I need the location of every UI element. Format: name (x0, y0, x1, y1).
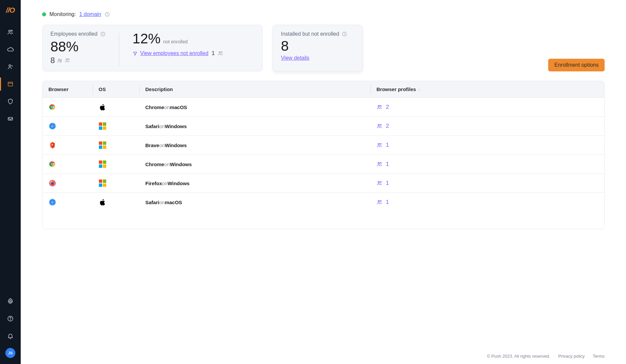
sidebar: //O (0, 0, 21, 364)
nav-item-security[interactable] (0, 93, 21, 110)
not-enrolled-percent: 12% (133, 31, 161, 46)
nav-item-browsers[interactable] (0, 75, 21, 93)
svg-point-37 (380, 181, 381, 183)
info-icon[interactable] (105, 12, 110, 17)
footer-privacy-link[interactable]: Privacy policy (558, 354, 585, 359)
cell-profiles[interactable]: 1 (370, 155, 604, 173)
svg-point-14 (219, 52, 220, 53)
th-profiles-label: Browser profiles (376, 86, 416, 92)
status-dot-icon (42, 12, 46, 16)
domain-link[interactable]: 1 domain (79, 11, 101, 17)
svg-point-15 (221, 52, 222, 53)
desc-browser: Safari (145, 123, 159, 129)
info-icon[interactable] (342, 31, 347, 37)
cell-description: Firefox on Windows (139, 174, 370, 193)
nav-item-notifications[interactable] (0, 327, 21, 345)
profiles-count: 1 (386, 161, 389, 167)
desc-os: Windows (165, 123, 187, 129)
monitoring-label: Monitoring: (49, 11, 76, 17)
desc-on: on (164, 104, 170, 110)
cell-browser (42, 193, 93, 212)
svg-point-1 (11, 30, 12, 31)
app-logo: //O (6, 6, 15, 15)
th-os[interactable]: OS (93, 81, 139, 97)
safari-icon (48, 198, 56, 206)
cell-profiles[interactable]: 1 (370, 174, 604, 193)
enrolled-total: /9 (57, 58, 62, 63)
gear-icon (7, 298, 14, 305)
not-enrolled-count: 1 (212, 50, 215, 56)
chrome-icon (48, 103, 56, 111)
table-row[interactable]: Chrome on macOS 2 (42, 98, 604, 117)
table-row[interactable]: Brave on Windows 1 (42, 136, 604, 155)
th-description[interactable]: Description (139, 81, 370, 97)
svg-point-17 (344, 33, 345, 33)
table-row[interactable]: Firefox on Windows 1 (42, 174, 604, 193)
desc-os: Windows (170, 161, 192, 167)
svg-point-12 (66, 59, 67, 60)
table-row[interactable]: Safari on Windows 2 (42, 117, 604, 136)
main-content: Monitoring: 1 domain Employees enrolled … (21, 0, 626, 364)
svg-point-21 (378, 105, 380, 107)
nav-item-help[interactable] (0, 310, 21, 327)
info-icon[interactable] (100, 31, 106, 37)
summary-cards: Employees enrolled 88% 8 /9 12% not enro… (42, 25, 605, 71)
desc-os: macOS (165, 200, 182, 205)
table-row[interactable]: Chrome on Windows 1 (42, 155, 604, 174)
windows-icon (99, 160, 107, 168)
people-icon (64, 57, 70, 63)
footer-copyright: © Push 2023. All rights reserved. (487, 354, 551, 359)
cell-browser (42, 117, 93, 135)
svg-point-35 (51, 182, 54, 185)
view-not-enrolled-link[interactable]: View employees not enrolled (140, 50, 208, 56)
installed-count: 8 (281, 38, 354, 54)
desc-on: on (162, 180, 168, 186)
sort-desc-icon: ↓ (418, 87, 420, 92)
cell-description: Safari on Windows (139, 117, 370, 135)
cell-browser (42, 155, 93, 173)
desc-on: on (164, 161, 170, 167)
cell-profiles[interactable]: 2 (370, 98, 604, 116)
svg-point-40 (378, 201, 380, 202)
view-details-link[interactable]: View details (281, 55, 309, 61)
help-icon (7, 315, 14, 322)
svg-point-27 (378, 143, 380, 145)
cell-profiles[interactable]: 1 (370, 193, 604, 212)
windows-icon (99, 122, 107, 130)
page-footer: © Push 2023. All rights reserved. Privac… (42, 348, 605, 361)
cell-profiles[interactable]: 2 (370, 117, 604, 135)
desc-os: macOS (170, 104, 187, 110)
th-browser[interactable]: Browser (42, 81, 93, 97)
nav-item-people[interactable] (0, 23, 21, 41)
svg-point-2 (9, 65, 11, 66)
nav-item-account[interactable] (0, 58, 21, 75)
svg-point-7 (10, 320, 11, 320)
user-avatar[interactable]: JS (5, 348, 15, 358)
desc-on: on (159, 200, 165, 205)
person-plus-icon (7, 63, 14, 70)
svg-point-9 (107, 13, 107, 14)
chrome-icon (48, 160, 56, 168)
window-icon (7, 81, 14, 87)
footer-terms-link[interactable]: Terms (593, 354, 605, 359)
profiles-count: 1 (386, 199, 389, 206)
svg-point-25 (378, 124, 380, 126)
cell-description: Chrome on macOS (139, 98, 370, 116)
cell-profiles[interactable]: 1 (370, 136, 604, 154)
table-row[interactable]: Safari on macOS 1 (42, 193, 604, 212)
enrolled-count: 8 (50, 56, 55, 65)
enrollment-options-button[interactable]: Enrollment options (548, 59, 605, 71)
cell-description: Safari on macOS (139, 193, 370, 212)
people-icon (217, 50, 223, 56)
svg-point-22 (380, 105, 381, 106)
svg-rect-3 (8, 82, 12, 86)
windows-icon (99, 179, 107, 187)
nav-item-inbox[interactable] (0, 110, 21, 127)
nav-item-settings[interactable] (0, 293, 21, 310)
sidebar-nav (0, 23, 21, 127)
svg-point-26 (380, 124, 381, 125)
nav-item-cloud[interactable] (0, 41, 21, 58)
svg-point-0 (9, 30, 10, 32)
firefox-icon (48, 179, 56, 187)
th-profiles[interactable]: Browser profiles ↓ (370, 81, 604, 97)
